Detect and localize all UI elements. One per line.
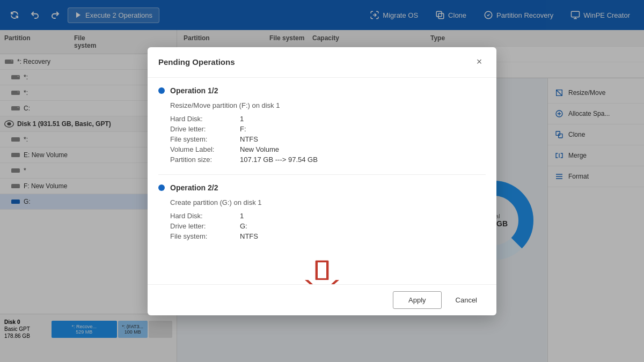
modal-body: Operation 1/2 Resize/Move partition (F:)… <box>148 78 496 284</box>
modal-footer: Apply Cancel <box>148 284 496 315</box>
op-detail-value: NTFS <box>240 232 258 240</box>
operation-1-section: Operation 1/2 Resize/Move partition (F:)… <box>158 86 486 164</box>
op-detail-value: 1 <box>240 115 244 123</box>
op-detail-label: Volume Label: <box>170 145 240 153</box>
svg-marker-30 <box>308 280 335 284</box>
op-2-desc: Create partition (G:) on disk 1 <box>158 198 486 206</box>
modal-header: Pending Operations × <box>148 47 496 78</box>
op-detail-value: NTFS <box>240 135 258 143</box>
op-2-details: Hard Disk: 1 Drive letter: G: File syste… <box>158 212 486 240</box>
svg-rect-29 <box>318 262 326 278</box>
op-detail-label: Drive letter: <box>170 222 240 230</box>
op-detail-label: Drive letter: <box>170 125 240 133</box>
op-detail-row: Drive letter: F: <box>170 125 486 133</box>
op-detail-label: Hard Disk: <box>170 115 240 123</box>
op-dot <box>158 184 165 191</box>
arrow-container <box>158 251 486 284</box>
op-dot <box>158 87 165 94</box>
down-arrow-icon <box>301 256 343 284</box>
op-2-title: Operation 2/2 <box>170 183 218 192</box>
op-detail-row: File system: NTFS <box>170 135 486 143</box>
apply-button[interactable]: Apply <box>393 291 442 309</box>
op-1-details: Hard Disk: 1 Drive letter: F: File syste… <box>158 115 486 164</box>
operation-1-header: Operation 1/2 <box>158 86 486 95</box>
op-1-desc: Resize/Move partition (F:) on disk 1 <box>158 101 486 109</box>
op-detail-label: Hard Disk: <box>170 212 240 220</box>
op-detail-label: File system: <box>170 135 240 143</box>
op-divider <box>158 174 486 175</box>
cancel-button[interactable]: Cancel <box>447 292 486 308</box>
op-detail-value: 1 <box>240 212 244 220</box>
modal-overlay: Pending Operations × Operation 1/2 Resiz… <box>0 0 644 362</box>
op-detail-row: Hard Disk: 1 <box>170 212 486 220</box>
op-detail-row: Drive letter: G: <box>170 222 486 230</box>
op-detail-label: File system: <box>170 232 240 240</box>
operation-2-header: Operation 2/2 <box>158 183 486 192</box>
operation-2-section: Operation 2/2 Create partition (G:) on d… <box>158 183 486 240</box>
op-detail-value: 107.17 GB ---> 97.54 GB <box>240 156 318 164</box>
op-1-title: Operation 1/2 <box>170 86 218 95</box>
op-detail-row: File system: NTFS <box>170 232 486 240</box>
op-detail-row: Partition size: 107.17 GB ---> 97.54 GB <box>170 156 486 164</box>
op-detail-value: F: <box>240 125 246 133</box>
op-detail-value: G: <box>240 222 247 230</box>
modal-title: Pending Operations <box>158 57 235 67</box>
modal-close-button[interactable]: × <box>473 56 486 69</box>
op-detail-label: Partition size: <box>170 156 240 164</box>
pending-operations-modal: Pending Operations × Operation 1/2 Resiz… <box>148 47 496 315</box>
op-detail-row: Hard Disk: 1 <box>170 115 486 123</box>
op-detail-value: New Volume <box>240 145 279 153</box>
op-detail-row: Volume Label: New Volume <box>170 145 486 153</box>
